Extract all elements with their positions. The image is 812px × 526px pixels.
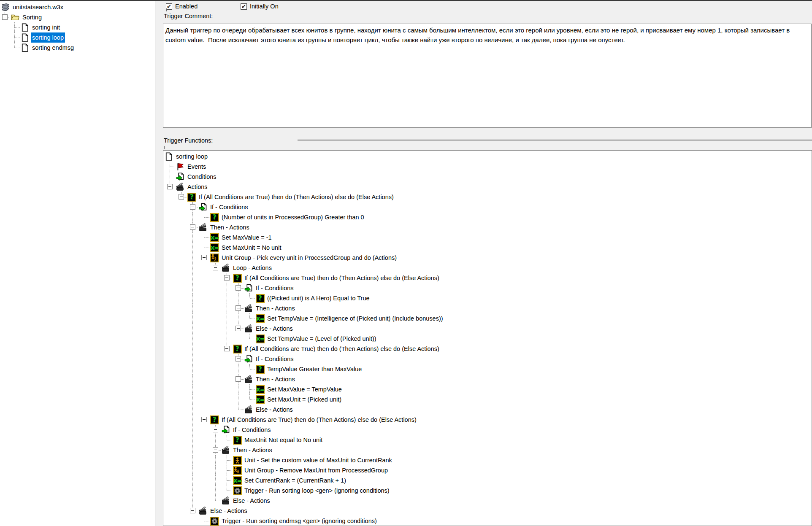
trigger-function-row[interactable]: Else - Actions xyxy=(163,324,812,334)
tree-guide-line xyxy=(227,470,232,471)
expander-minus[interactable] xyxy=(190,508,195,513)
tree-guide-line xyxy=(216,501,221,501)
expander-minus[interactable] xyxy=(235,376,241,382)
trigger-function-row[interactable]: Else - Actions xyxy=(163,496,812,506)
splitter-grip[interactable] xyxy=(164,146,165,149)
trigger-function-row[interactable]: ?If (All Conditions are True) then do (T… xyxy=(163,192,812,202)
trigger-function-row[interactable]: ?If (All Conditions are True) then do (T… xyxy=(163,415,812,425)
expander-minus[interactable] xyxy=(213,427,218,432)
tree-guide-line xyxy=(204,243,204,248)
tree-guide-line xyxy=(204,344,204,354)
tree-guide-line xyxy=(14,43,15,48)
trigger-function-row[interactable]: sorting loop xyxy=(163,151,812,162)
trigger-function-row[interactable]: ?(Number of units in ProcessedGroup) Gre… xyxy=(163,212,812,222)
sidebar-item-row[interactable]: Sorting xyxy=(0,12,155,22)
trigger-function-label: Else - Actions xyxy=(254,405,294,415)
tree-guide-line xyxy=(204,516,204,521)
trigger-function-row[interactable]: If - Conditions xyxy=(163,202,812,212)
trigger-function-row[interactable]: Unit Group - Remove MaxUnit from Process… xyxy=(163,465,812,475)
sidebar-item-label: sorting init xyxy=(31,22,61,32)
tree-guide-line xyxy=(192,212,193,222)
tree-guide-line xyxy=(192,283,193,293)
expander-minus[interactable] xyxy=(167,184,173,189)
trigger-function-row[interactable]: X=Set MaxUnit = (Picked unit) xyxy=(163,394,812,405)
trigger-function-label: Else - Actions xyxy=(254,324,294,334)
trigger-function-label: TempValue Greater than MaxValue xyxy=(266,364,363,374)
expander-minus[interactable] xyxy=(235,305,241,311)
trigger-function-row[interactable]: If - Conditions xyxy=(163,283,812,293)
trigger-function-row[interactable]: ?MaxUnit Not equal to No unit xyxy=(163,435,812,445)
tree-guide-line xyxy=(204,293,204,303)
trigger-function-row[interactable]: If - Conditions xyxy=(163,425,812,435)
tree-guide-line xyxy=(238,394,238,405)
trigger-function-row[interactable]: X=Set MaxValue = -1 xyxy=(163,232,812,243)
trigger-comment-field[interactable]: Данный триггер по очереди обрабатывает в… xyxy=(163,24,812,128)
trigger-function-row[interactable]: ?TempValue Greater than MaxValue xyxy=(163,364,812,374)
trigger-function-row[interactable]: Trigger - Run sorting loop <gen> (ignori… xyxy=(163,486,812,496)
expander-minus[interactable] xyxy=(213,447,218,453)
trigger-function-row[interactable]: ?If (All Conditions are True) then do (T… xyxy=(163,344,812,354)
sidebar-item-row[interactable]: unitstatsearch.w3x xyxy=(0,2,155,12)
trigger-function-row[interactable]: Unit - Set the custom value of MaxUnit t… xyxy=(163,455,812,465)
trigger-function-row[interactable]: Actions xyxy=(163,182,812,192)
trigger-page-icon xyxy=(164,152,173,161)
trigger-function-row[interactable]: ?If (All Conditions are True) then do (T… xyxy=(163,273,812,283)
tree-guide-line xyxy=(192,324,193,334)
tree-guide-line xyxy=(227,465,227,470)
expander-minus[interactable] xyxy=(235,326,241,331)
expander-minus[interactable] xyxy=(213,265,218,270)
tree-guide-line xyxy=(250,389,255,390)
if-then-else-icon: ? xyxy=(210,213,219,222)
trigger-function-label: Set MaxValue = TempValue xyxy=(266,384,343,394)
sidebar-item-row[interactable]: sorting loop xyxy=(0,32,155,43)
tree-guide-line xyxy=(192,486,193,496)
sidebar-item-row[interactable]: sorting init xyxy=(0,22,155,32)
trigger-function-row[interactable]: Conditions xyxy=(163,172,812,182)
trigger-function-row[interactable]: Else - Actions xyxy=(163,405,812,415)
trigger-function-row[interactable]: Events xyxy=(163,162,812,172)
trigger-function-row[interactable]: Unit Group - Pick every unit in Processe… xyxy=(163,253,812,263)
set-variable-icon: X= xyxy=(210,243,219,252)
if-then-else-icon: ? xyxy=(187,192,196,202)
trigger-function-row[interactable]: Then - Actions xyxy=(163,303,812,313)
expander-minus[interactable] xyxy=(224,275,230,281)
trigger-function-row[interactable]: Then - Actions xyxy=(163,374,812,384)
trigger-function-row[interactable]: Loop - Actions xyxy=(163,263,812,273)
tree-guide-line xyxy=(170,167,175,167)
expander-minus[interactable] xyxy=(179,194,184,200)
trigger-function-row[interactable]: Trigger - Run sorting endmsg <gen> (igno… xyxy=(163,516,812,526)
trigger-function-row[interactable]: X=Set MaxValue = TempValue xyxy=(163,384,812,394)
tree-guide-line xyxy=(192,364,193,374)
initially-on-checkbox[interactable]: ✔ Initially On xyxy=(241,2,279,11)
actions-icon xyxy=(221,496,230,505)
trigger-function-row[interactable]: X=Set MaxUnit = No unit xyxy=(163,243,812,253)
set-variable-icon: X= xyxy=(255,395,265,404)
tree-guide-line xyxy=(192,465,193,475)
tree-guide-line xyxy=(215,475,216,486)
section-splitter[interactable] xyxy=(298,140,812,140)
expander-minus[interactable] xyxy=(201,255,207,260)
sidebar-item-row[interactable]: sorting endmsg xyxy=(0,43,155,53)
trigger-function-row[interactable]: Else - Actions xyxy=(163,506,812,516)
trigger-function-row[interactable]: X=Set TempValue = (Intelligence of (Pick… xyxy=(163,313,812,324)
actions-icon xyxy=(244,405,253,414)
trigger-function-row[interactable]: X=Set CurrentRank = (CurrentRank + 1) xyxy=(163,475,812,486)
actions-icon xyxy=(221,263,230,272)
trigger-function-row[interactable]: Then - Actions xyxy=(163,445,812,455)
splitter-grip[interactable] xyxy=(166,8,167,11)
initially-on-checkbox-box[interactable]: ✔ xyxy=(241,3,247,10)
trigger-function-label: If (All Conditions are True) then do (Th… xyxy=(243,273,441,283)
trigger-function-row[interactable]: ?((Picked unit) is A Hero) Equal to True xyxy=(163,293,812,303)
trigger-function-row[interactable]: Then - Actions xyxy=(163,222,812,232)
expander-minus[interactable] xyxy=(235,285,241,291)
expander-minus[interactable] xyxy=(190,204,195,210)
expander-minus[interactable] xyxy=(2,14,8,20)
expander-minus[interactable] xyxy=(190,224,195,230)
trigger-function-row[interactable]: X=Set TempValue = (Level of (Picked unit… xyxy=(163,334,812,344)
expander-minus[interactable] xyxy=(224,346,230,351)
expander-minus[interactable] xyxy=(201,417,207,422)
expander-minus[interactable] xyxy=(235,356,241,361)
trigger-function-row[interactable]: If - Conditions xyxy=(163,354,812,364)
enabled-checkbox[interactable]: ✔ Enabled xyxy=(166,2,198,11)
tree-guide-line xyxy=(15,27,20,28)
